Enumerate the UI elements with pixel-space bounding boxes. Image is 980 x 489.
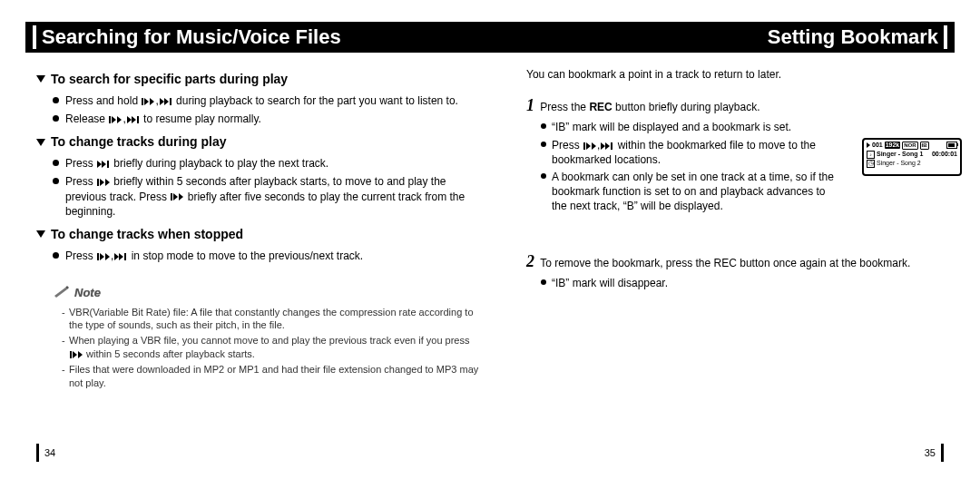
hand-writing-icon: [53, 285, 69, 302]
header-left-title: Searching for Music/Voice Files: [42, 25, 341, 49]
svg-marker-28: [73, 351, 77, 358]
prev-track-icon: [97, 252, 110, 261]
svg-marker-13: [102, 161, 106, 168]
header-sep-icon: [944, 25, 947, 49]
prev-track-icon: [109, 115, 122, 124]
right-page: You can bookmark a point in a track to r…: [526, 64, 971, 298]
device-line2: Singer - Song 2: [877, 160, 921, 167]
svg-marker-12: [97, 161, 102, 168]
bullet-list: Press , in stop mode to move to the prev…: [36, 249, 481, 263]
list-item: Press and hold , during playback to sear…: [53, 93, 481, 108]
battery-icon: [946, 142, 957, 149]
next-track-icon: [601, 142, 613, 151]
section-title: To search for specific parts during play: [51, 71, 288, 88]
next-track-icon: [160, 97, 172, 106]
clock-icon: ◷: [867, 160, 875, 168]
triangle-down-icon: [36, 75, 45, 83]
svg-marker-19: [173, 193, 178, 200]
play-icon: [867, 142, 870, 148]
svg-marker-3: [160, 98, 164, 105]
page-number-left: 34: [36, 444, 55, 462]
device-status-row: 001 192k NOR IB: [867, 142, 957, 150]
svg-marker-17: [105, 179, 110, 186]
list-item: Press briefly during playback to play th…: [53, 156, 481, 171]
svg-marker-8: [117, 116, 122, 123]
device-line1: Singer - Song 1: [877, 151, 923, 158]
svg-marker-34: [605, 142, 610, 150]
svg-rect-6: [109, 116, 111, 123]
svg-rect-5: [170, 98, 172, 105]
svg-marker-31: [586, 142, 591, 150]
svg-marker-4: [164, 98, 169, 105]
svg-marker-7: [112, 116, 116, 123]
note-item: Files that were downloaded in MP2 or MP1…: [62, 363, 481, 390]
device-bitrate: 192k: [885, 142, 901, 149]
svg-marker-1: [144, 98, 149, 105]
list-item: A bookmark can only be set in one track …: [541, 170, 835, 214]
list-item: Press , within the bookmarked file to mo…: [541, 138, 835, 167]
device-screen: 001 192k NOR IB ♪ Singer - Song 1 00:00:…: [862, 138, 962, 176]
step-number: 1: [526, 96, 534, 114]
note-label: Note: [53, 285, 481, 302]
svg-marker-2: [150, 98, 154, 105]
next-track-icon: [127, 115, 140, 124]
svg-marker-23: [105, 253, 110, 260]
svg-marker-25: [119, 253, 123, 260]
device-trackno: 001: [872, 142, 883, 149]
svg-rect-30: [583, 142, 585, 150]
prev-track-icon: [171, 192, 183, 201]
device-ind: IB: [920, 142, 929, 150]
section-title: To change tracks during play: [51, 133, 226, 151]
svg-marker-16: [100, 179, 104, 186]
device-row: ◷ Singer - Song 2: [867, 160, 957, 168]
svg-rect-11: [137, 116, 139, 123]
next-track-icon: [97, 160, 110, 169]
next-track-icon: [114, 252, 127, 261]
page-number-right: 35: [925, 444, 944, 462]
device-ind: NOR: [902, 142, 917, 150]
note-box: Note VBR(Variable Bit Rate) file: A file…: [36, 278, 481, 390]
header-right: Setting Bookmark: [768, 25, 947, 49]
pagebar-icon: [941, 444, 944, 462]
svg-rect-35: [611, 142, 612, 150]
device-row: ♪ Singer - Song 1 00:00:01: [867, 151, 957, 159]
svg-rect-21: [97, 253, 99, 260]
svg-marker-32: [592, 142, 596, 150]
svg-rect-15: [97, 179, 99, 186]
svg-rect-0: [142, 98, 143, 105]
svg-marker-10: [132, 116, 136, 123]
svg-marker-24: [114, 253, 119, 260]
bullet-list: Press and hold , during playback to sear…: [36, 93, 481, 126]
svg-marker-9: [127, 116, 132, 123]
section-heading: To search for specific parts during play: [36, 71, 481, 88]
intro-text: You can bookmark a point in a track to r…: [526, 67, 971, 82]
list-item: Press briefly within 5 seconds after pla…: [53, 174, 481, 219]
header-bar: Searching for Music/Voice Files Setting …: [25, 22, 955, 53]
sub-bullets: “IB” mark will be displayed and a bookma…: [526, 120, 835, 213]
svg-marker-29: [78, 351, 83, 358]
list-item: “IB” mark will disappear.: [541, 276, 971, 290]
svg-rect-27: [70, 351, 72, 358]
pagebar-icon: [36, 444, 39, 462]
step-2: 2 To remove the bookmark, press the REC …: [526, 250, 971, 290]
list-item: Release , to resume play normally.: [53, 112, 481, 126]
note-item: When playing a VBR file, you cannot move…: [62, 334, 481, 361]
prev-track-icon: [97, 178, 110, 187]
list-item: “IB” mark will be displayed and a bookma…: [541, 120, 835, 134]
rec-label: REC: [589, 101, 612, 113]
header-sep-icon: [33, 25, 36, 49]
svg-rect-14: [107, 161, 109, 168]
music-note-icon: ♪: [867, 151, 875, 159]
sub-bullets: “IB” mark will disappear.: [526, 276, 971, 290]
note-lines: VBR(Variable Bit Rate) file: A file that…: [53, 306, 481, 390]
triangle-down-icon: [36, 139, 45, 146]
step-number: 2: [526, 252, 534, 270]
note-item: VBR(Variable Bit Rate) file: A file that…: [62, 306, 481, 333]
prev-track-icon: [142, 97, 154, 106]
bullet-list: Press briefly during playback to play th…: [36, 156, 481, 219]
section-heading: To change tracks when stopped: [36, 226, 481, 243]
left-page: To search for specific parts during play…: [36, 64, 481, 392]
device-time: 00:00:01: [932, 151, 957, 158]
svg-rect-18: [171, 193, 172, 200]
prev-track-icon: [70, 350, 83, 359]
